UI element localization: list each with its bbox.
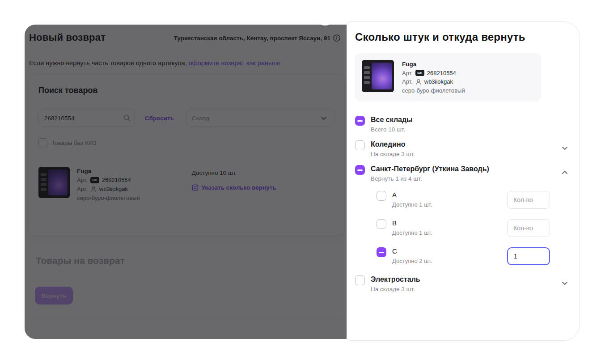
warehouse-label: Электросталь — [371, 275, 420, 284]
size-c-qty-wrap — [507, 247, 550, 265]
warehouse-label: Коледино — [371, 140, 415, 148]
panel-art-label-2: Арт. — [402, 77, 413, 86]
size-sublabel: Доступно 1 шт. — [392, 229, 432, 236]
elektrostal-checkbox[interactable] — [355, 275, 365, 285]
warehouse-row-all: Все склады Всего 10 шт. — [355, 116, 570, 133]
warehouse-sublabel: На складе 3 шт. — [371, 151, 415, 157]
panel-title: Сколько штук и откуда вернуть — [355, 31, 571, 43]
size-row-b: B Доступно 1 шт. — [377, 219, 570, 241]
size-label: B — [392, 219, 432, 227]
all-warehouses-checkbox[interactable] — [355, 116, 365, 126]
size-label: A — [392, 191, 432, 199]
size-b-checkbox[interactable] — [377, 219, 386, 229]
warehouse-sublabel: Всего 10 шт. — [371, 126, 413, 133]
size-b-qty-input[interactable] — [507, 219, 550, 237]
size-sublabel: Доступно 1 шт. — [392, 201, 432, 208]
warehouse-sublabel: На складе 3 шт. — [371, 286, 420, 292]
warehouse-list: Все склады Всего 10 шт. Коледино На скла… — [355, 116, 571, 292]
size-list: A Доступно 1 шт. B Доступно 1 шт. — [377, 191, 570, 269]
warehouse-row-elektrostal: Электросталь На складе 3 шт. — [355, 275, 570, 292]
panel-product-card: Fuga Арт. wb 268210554 Арт. wb3iiokgak с… — [355, 53, 541, 102]
warehouse-row-spb: Санкт-Петербург (Уткина Заводь) Вернуть … — [355, 165, 570, 182]
size-row-c: C Доступно 2 шт. — [377, 247, 570, 269]
size-b-qty-wrap — [507, 219, 550, 237]
warehouse-sublabel: Вернуть 1 из 4 шт. — [371, 175, 489, 182]
quantity-side-panel: Сколько штук и откуда вернуть Fuga Арт. … — [347, 21, 580, 341]
panel-product-thumbnail — [362, 60, 394, 92]
chevron-down-icon[interactable] — [560, 278, 570, 288]
warehouse-label: Все склады — [371, 116, 413, 124]
person-icon — [415, 79, 422, 85]
chevron-up-icon[interactable] — [560, 168, 570, 178]
size-c-checkbox[interactable] — [377, 247, 386, 257]
size-a-checkbox[interactable] — [377, 191, 386, 201]
size-row-a: A Доступно 1 шт. — [377, 191, 570, 212]
warehouse-label: Санкт-Петербург (Уткина Заводь) — [371, 165, 489, 173]
chevron-down-icon[interactable] — [560, 143, 570, 153]
size-c-qty-input[interactable] — [507, 247, 550, 265]
spb-checkbox[interactable] — [355, 165, 365, 175]
warehouse-row-koledino: Коледино На складе 3 шт. — [355, 140, 570, 157]
size-label: C — [392, 247, 432, 255]
modal-dim-overlay — [25, 25, 347, 339]
koledino-checkbox[interactable] — [355, 140, 365, 150]
wb-badge-icon: wb — [415, 70, 424, 76]
panel-product-name: Fuga — [402, 60, 465, 69]
panel-art-label: Арт. — [402, 69, 413, 78]
screen: Новый возврат Туркестанская область, Кен… — [0, 0, 601, 364]
size-a-qty-wrap — [507, 191, 550, 209]
panel-product-color: серо-буро-фиолетовый — [402, 86, 465, 95]
size-a-qty-input[interactable] — [507, 191, 550, 209]
size-sublabel: Доступно 2 шт. — [392, 258, 432, 264]
new-return-page: Новый возврат Туркестанская область, Кен… — [25, 25, 347, 339]
panel-art-seller-value: wb3iiokgak — [424, 77, 453, 86]
modal-close-button[interactable] — [313, 1, 337, 25]
panel-art-wb-value: 268210554 — [427, 69, 456, 78]
panel-product-info: Fuga Арт. wb 268210554 Арт. wb3iiokgak с… — [402, 60, 465, 95]
